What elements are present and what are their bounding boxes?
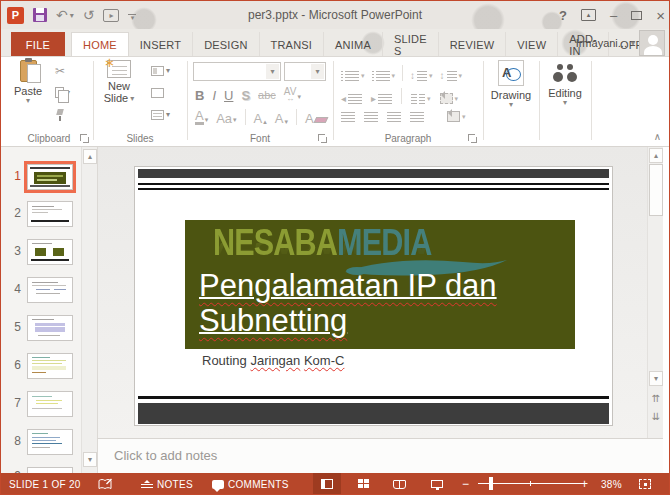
ribbon-display-options-button[interactable]: ▴: [581, 9, 596, 21]
change-case-button[interactable]: Aa ▾: [216, 112, 236, 125]
justify-button[interactable]: [410, 112, 424, 122]
notes-toggle-button[interactable]: NOTES: [141, 473, 193, 495]
drawing-dropdown-icon[interactable]: ▾: [509, 101, 513, 108]
comments-toggle-button[interactable]: COMMENTS: [212, 473, 289, 495]
zoom-in-button[interactable]: +: [581, 473, 588, 495]
minimize-button[interactable]: –: [610, 9, 617, 22]
drawing-button[interactable]: A Drawing ▾: [486, 60, 536, 108]
editing-dropdown-icon[interactable]: ▾: [563, 99, 567, 106]
line-spacing-button[interactable]: ↕▾: [410, 71, 433, 81]
account-avatar[interactable]: [639, 30, 665, 56]
bold-button[interactable]: B: [195, 89, 204, 102]
zoom-slider[interactable]: [478, 483, 584, 484]
tab-insert[interactable]: INSERT: [129, 32, 193, 57]
slide-thumbnail-8[interactable]: [27, 429, 73, 455]
copy-button[interactable]: ▾: [55, 85, 70, 100]
tab-home[interactable]: HOME: [71, 32, 129, 57]
bullets-button[interactable]: ▾: [341, 71, 365, 81]
text-shadow-button[interactable]: S: [241, 89, 250, 102]
next-slide-icon[interactable]: ⇊: [648, 411, 664, 422]
align-text-button[interactable]: ▾: [440, 93, 459, 104]
undo-button[interactable]: ↶ ▾: [56, 8, 74, 22]
text-direction-button[interactable]: ↕▾: [440, 71, 463, 81]
format-painter-button[interactable]: [55, 107, 70, 122]
slide-thumbnail-2[interactable]: [27, 201, 73, 227]
close-button[interactable]: ×: [656, 9, 665, 22]
underline-button[interactable]: U: [224, 89, 233, 102]
editor-scroll-up-icon[interactable]: ▴: [649, 148, 663, 163]
zoom-out-button[interactable]: −: [462, 473, 469, 495]
slide-title[interactable]: Pengalamatan IP dan Subnetting: [199, 268, 497, 338]
new-slide-button[interactable]: ∗ New Slide ▾: [97, 60, 141, 104]
zoom-slider-handle[interactable]: [489, 477, 493, 490]
reading-view-button[interactable]: [385, 473, 413, 495]
decrease-indent-button[interactable]: ◂: [341, 94, 362, 104]
notes-pane[interactable]: Click to add notes: [97, 438, 663, 473]
thumbnail-scroll-down-icon[interactable]: ▾: [83, 452, 97, 467]
tab-transitions[interactable]: TRANSI: [260, 32, 325, 57]
slide-subtitle[interactable]: Routing Jaringan Kom-C: [202, 353, 344, 368]
collapse-ribbon-icon[interactable]: ∧: [654, 131, 661, 142]
tab-view[interactable]: VIEW: [506, 32, 558, 57]
paste-dropdown-icon[interactable]: ▾: [26, 97, 30, 104]
maximize-button[interactable]: [631, 11, 642, 20]
tab-animations[interactable]: ANIMA: [324, 32, 383, 57]
numbering-button[interactable]: ▾: [372, 71, 396, 81]
align-right-button[interactable]: [387, 112, 401, 122]
slide-canvas[interactable]: NESABAMEDIA NESABAMEDIA Pengalamatan IP …: [134, 166, 613, 426]
tab-slideshow[interactable]: SLIDE S: [383, 32, 439, 57]
font-size-dropdown-icon[interactable]: ▾: [311, 64, 324, 79]
editor-scrollbar[interactable]: ▴ ▾ ⇈ ⇊: [647, 147, 663, 438]
tab-file[interactable]: FILE: [11, 32, 65, 57]
character-spacing-button[interactable]: AV↔ ▾: [284, 87, 301, 102]
slide-thumbnail-1[interactable]: [27, 164, 73, 190]
paste-button[interactable]: Paste ▾: [9, 60, 47, 104]
font-name-dropdown-icon[interactable]: ▾: [266, 64, 279, 79]
columns-button[interactable]: ▾: [411, 94, 431, 104]
slide-sorter-view-button[interactable]: [349, 473, 377, 495]
redo-icon[interactable]: ↺: [83, 8, 95, 22]
slide-thumbnail-5[interactable]: [27, 315, 73, 341]
slide-title-block[interactable]: NESABAMEDIA NESABAMEDIA Pengalamatan IP …: [185, 220, 575, 349]
align-left-button[interactable]: [341, 112, 355, 122]
italic-button[interactable]: I: [212, 89, 216, 102]
font-name-combobox[interactable]: ▾: [193, 62, 281, 81]
reset-slide-button[interactable]: [151, 85, 170, 100]
shrink-font-button[interactable]: A ▾: [275, 112, 288, 125]
previous-slide-icon[interactable]: ⇈: [648, 393, 664, 404]
tab-design[interactable]: DESIGN: [193, 32, 259, 57]
help-button[interactable]: ?: [559, 9, 567, 22]
undo-dropdown-icon[interactable]: ▾: [70, 11, 74, 20]
zoom-level[interactable]: 38%: [601, 473, 622, 495]
thumbnail-scrollbar[interactable]: ▴ ▾: [81, 147, 97, 473]
paragraph-dialog-launcher-icon[interactable]: [468, 134, 477, 143]
font-size-combobox[interactable]: ▾: [284, 62, 326, 81]
fit-slide-to-window-button[interactable]: [631, 473, 659, 495]
font-color-button[interactable]: A ▾: [195, 109, 208, 125]
notes-placeholder[interactable]: Click to add notes: [114, 448, 217, 463]
spell-check-button[interactable]: [98, 473, 113, 495]
slide-thumbnail-7[interactable]: [27, 391, 73, 417]
editing-button[interactable]: Editing ▾: [542, 60, 588, 106]
clear-formatting-button[interactable]: A: [305, 112, 327, 125]
align-center-button[interactable]: [364, 112, 378, 122]
editor-scroll-down-icon[interactable]: ▾: [649, 371, 663, 386]
grow-font-button[interactable]: A ▴: [254, 112, 267, 125]
thumbnail-scroll-up-icon[interactable]: ▴: [83, 149, 97, 164]
strikethrough-button[interactable]: abc: [258, 89, 276, 102]
cut-button[interactable]: ✂: [55, 63, 70, 78]
slide-thumbnail-3[interactable]: [27, 239, 73, 265]
tab-review[interactable]: REVIEW: [439, 32, 507, 57]
slide-thumbnail-4[interactable]: [27, 277, 73, 303]
slide-thumbnail-6[interactable]: [27, 353, 73, 379]
slide-layout-button[interactable]: ▾: [151, 63, 170, 78]
save-icon[interactable]: [33, 8, 47, 22]
account-menu[interactable]: Irmayani... ▾: [576, 29, 635, 57]
increase-indent-button[interactable]: ▸: [371, 94, 392, 104]
section-button[interactable]: ▾: [151, 107, 170, 122]
powerpoint-app-icon[interactable]: P: [7, 7, 24, 24]
customize-toolbar-dropdown[interactable]: ▾: [128, 11, 136, 20]
new-slide-dropdown-icon[interactable]: ▾: [130, 95, 134, 102]
start-slideshow-icon[interactable]: ▸: [103, 9, 119, 22]
clipboard-dialog-launcher-icon[interactable]: [80, 134, 89, 143]
